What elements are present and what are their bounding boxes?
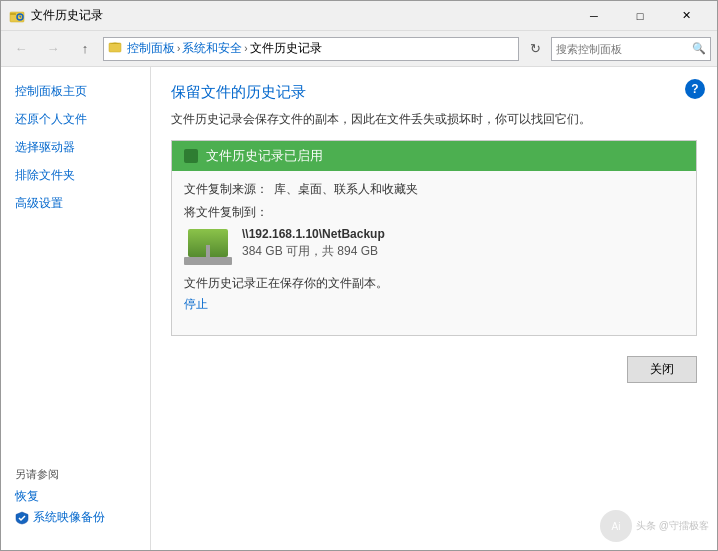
dest-label-row: 将文件复制到： (184, 204, 684, 221)
dest-label: 将文件复制到： (184, 204, 274, 221)
drive-icon (184, 227, 232, 267)
minimize-button[interactable]: ─ (571, 1, 617, 31)
drive-space: 384 GB 可用，共 894 GB (242, 243, 385, 260)
title-bar: 文件历史记录 ─ □ ✕ (1, 1, 717, 31)
drive-base (184, 257, 232, 265)
network-drive-icon (184, 229, 232, 265)
drive-path: \\192.168.1.10\NetBackup (242, 227, 385, 241)
address-bar: ← → ↑ 控制面板 › 系统和安全 › 文件历史记录 ↻ 🔍 (1, 31, 717, 67)
sidebar-item-exclude[interactable]: 排除文件夹 (1, 161, 150, 189)
sidebar-item-restore-link[interactable]: 恢复 (15, 488, 136, 505)
maximize-button[interactable]: □ (617, 1, 663, 31)
main-layout: 控制面板主页 还原个人文件 选择驱动器 排除文件夹 高级设置 另请参阅 恢复 (1, 67, 717, 550)
drive-row: \\192.168.1.10\NetBackup 384 GB 可用，共 894… (184, 227, 684, 267)
title-bar-icon (9, 8, 25, 24)
breadcrumb-current: 文件历史记录 (250, 40, 322, 57)
close-button-main[interactable]: 关闭 (627, 356, 697, 383)
content-description: 文件历史记录会保存文件的副本，因此在文件丢失或损坏时，你可以找回它们。 (171, 110, 697, 128)
status-header-text: 文件历史记录已启用 (206, 147, 323, 165)
close-button[interactable]: ✕ (663, 1, 709, 31)
backup-status: 文件历史记录正在保存你的文件副本。 (184, 275, 684, 292)
status-panel: 文件历史记录已启用 文件复制来源： 库、桌面、联系人和收藏夹 将文件复制到： (171, 140, 697, 336)
breadcrumb-system-security[interactable]: 系统和安全 (182, 40, 242, 57)
drive-cable (206, 245, 210, 257)
help-button[interactable]: ? (685, 79, 705, 99)
search-input[interactable] (556, 43, 692, 55)
back-button[interactable]: ← (7, 37, 35, 61)
breadcrumb-sep-1: › (177, 43, 180, 54)
watermark-circle: Ai (600, 510, 632, 542)
sidebar-nav: 控制面板主页 还原个人文件 选择驱动器 排除文件夹 高级设置 (1, 77, 150, 217)
backup-label: 系统映像备份 (33, 509, 105, 526)
title-bar-text: 文件历史记录 (31, 7, 571, 24)
forward-button[interactable]: → (39, 37, 67, 61)
up-button[interactable]: ↑ (71, 37, 99, 61)
watermark: Ai 头条 @守擂极客 (600, 510, 709, 542)
sidebar-section-title: 另请参阅 (15, 467, 136, 482)
status-header: 文件历史记录已启用 (172, 141, 696, 171)
content-title: 保留文件的历史记录 (171, 83, 697, 102)
restore-label: 恢复 (15, 488, 39, 505)
svg-rect-1 (10, 13, 16, 15)
source-row: 文件复制来源： 库、桌面、联系人和收藏夹 (184, 181, 684, 198)
content-area: ? 保留文件的历史记录 文件历史记录会保存文件的副本，因此在文件丢失或损坏时，你… (151, 67, 717, 550)
close-button-row: 关闭 (171, 352, 697, 383)
shield-icon (15, 511, 29, 525)
search-bar: 🔍 (551, 37, 711, 61)
source-label: 文件复制来源： (184, 181, 274, 198)
sidebar-item-drive[interactable]: 选择驱动器 (1, 133, 150, 161)
stop-link[interactable]: 停止 (184, 297, 208, 311)
sidebar-item-backup[interactable]: 系统映像备份 (15, 509, 136, 526)
breadcrumb: 控制面板 › 系统和安全 › 文件历史记录 (103, 37, 519, 61)
sidebar-bottom: 另请参阅 恢复 系统映像备份 (1, 457, 150, 540)
status-body: 文件复制来源： 库、桌面、联系人和收藏夹 将文件复制到： (172, 171, 696, 323)
sidebar-item-restore[interactable]: 还原个人文件 (1, 105, 150, 133)
nav-icon (108, 40, 122, 57)
sidebar-item-home[interactable]: 控制面板主页 (1, 77, 150, 105)
drive-info: \\192.168.1.10\NetBackup 384 GB 可用，共 894… (242, 227, 385, 260)
search-icon: 🔍 (692, 42, 706, 55)
refresh-button[interactable]: ↻ (523, 37, 547, 61)
sidebar-item-advanced[interactable]: 高级设置 (1, 189, 150, 217)
status-indicator (184, 149, 198, 163)
breadcrumb-sep-2: › (244, 43, 247, 54)
title-bar-buttons: ─ □ ✕ (571, 1, 709, 31)
main-window: 文件历史记录 ─ □ ✕ ← → ↑ 控制面板 › 系统和安全 › 文件历史记录… (0, 0, 718, 551)
svg-rect-5 (109, 43, 121, 52)
sidebar: 控制面板主页 还原个人文件 选择驱动器 排除文件夹 高级设置 另请参阅 恢复 (1, 67, 151, 550)
watermark-text: 头条 @守擂极客 (636, 519, 709, 533)
source-value: 库、桌面、联系人和收藏夹 (274, 181, 418, 198)
breadcrumb-control-panel[interactable]: 控制面板 (127, 40, 175, 57)
